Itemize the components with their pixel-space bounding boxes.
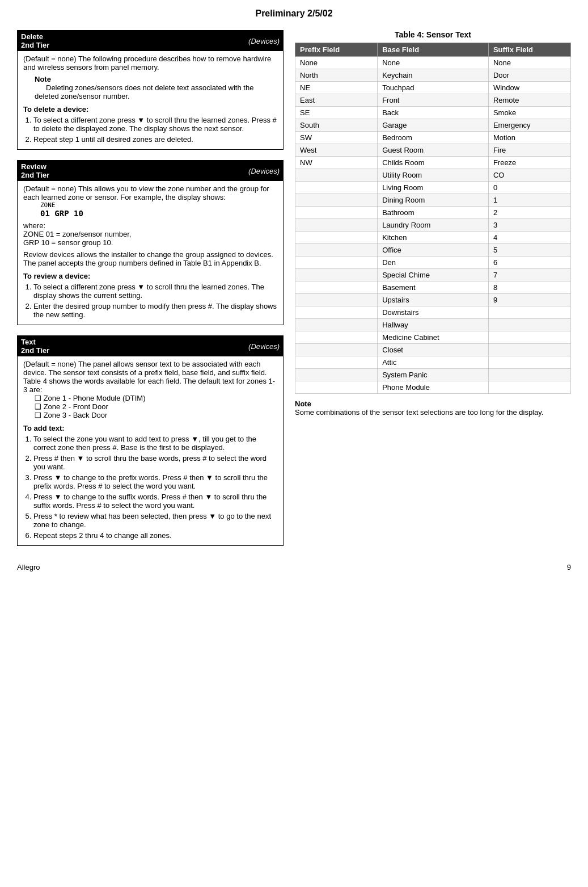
cell-suffix-15: 5 bbox=[488, 244, 570, 257]
cell-suffix-21 bbox=[488, 319, 570, 331]
footer-left: Allegro bbox=[17, 563, 40, 571]
text-step-4: Press ▼ to change to the suffix words. P… bbox=[33, 493, 277, 510]
cell-prefix-18 bbox=[295, 281, 378, 294]
table4-note-text: Some combinations of the sensor text sel… bbox=[295, 408, 543, 417]
delete-step-1: To select a different zone press ▼ to sc… bbox=[33, 116, 277, 133]
cell-suffix-26 bbox=[488, 381, 570, 394]
cell-suffix-9: CO bbox=[488, 169, 570, 182]
table-row: Laundry Room3 bbox=[295, 219, 571, 232]
delete-bold-label: To delete a device: bbox=[23, 105, 277, 113]
default-zones-list: Zone 1 - Phone Module (DTIM) Zone 2 - Fr… bbox=[35, 394, 277, 419]
zone-line2: 01 GRP 10 bbox=[40, 209, 277, 218]
cell-base-1: Keychain bbox=[378, 69, 489, 82]
cell-suffix-11: 1 bbox=[488, 194, 570, 207]
delete-intro: (Default = none) The following procedure… bbox=[23, 54, 277, 72]
cell-base-0: None bbox=[378, 57, 489, 69]
review-header: Review 2nd Tier (Devices) bbox=[18, 161, 283, 181]
cell-prefix-20 bbox=[295, 306, 378, 319]
cell-base-15: Office bbox=[378, 244, 489, 257]
cell-suffix-23 bbox=[488, 344, 570, 356]
cell-suffix-7: Fire bbox=[488, 144, 570, 157]
default-zone-1: Zone 1 - Phone Module (DTIM) bbox=[35, 394, 277, 402]
cell-suffix-14: 4 bbox=[488, 232, 570, 244]
sensor-table-body: NoneNoneNoneNorthKeychainDoorNETouchpadW… bbox=[295, 57, 571, 394]
cell-suffix-10: 0 bbox=[488, 182, 570, 194]
cell-base-9: Utility Room bbox=[378, 169, 489, 182]
text-intro: (Default = none) The panel allows sensor… bbox=[23, 360, 277, 394]
review-devices-label: (Devices) bbox=[248, 167, 280, 175]
text-header: Text 2nd Tier (Devices) bbox=[18, 336, 283, 356]
review-body: (Default = none) This allows you to view… bbox=[18, 181, 283, 325]
table-row: Attic bbox=[295, 356, 571, 369]
table-row: Upstairs9 bbox=[295, 294, 571, 306]
cell-suffix-0: None bbox=[488, 57, 570, 69]
cell-suffix-13: 3 bbox=[488, 219, 570, 232]
cell-suffix-17: 7 bbox=[488, 269, 570, 281]
table-row: Den6 bbox=[295, 257, 571, 269]
table-row: NorthKeychainDoor bbox=[295, 69, 571, 82]
cell-prefix-16 bbox=[295, 257, 378, 269]
default-zone-3: Zone 3 - Back Door bbox=[35, 411, 277, 419]
cell-prefix-19 bbox=[295, 294, 378, 306]
table-row: SouthGarageEmergency bbox=[295, 119, 571, 132]
cell-base-10: Living Room bbox=[378, 182, 489, 194]
text-step-1: To select the zone you want to add text … bbox=[33, 435, 277, 452]
delete-header: Delete 2nd Tier (Devices) bbox=[18, 31, 283, 51]
table-row: Utility RoomCO bbox=[295, 169, 571, 182]
table4-note-label: Note bbox=[295, 400, 311, 408]
table-row: Medicine Cabinet bbox=[295, 331, 571, 344]
cell-suffix-1: Door bbox=[488, 69, 570, 82]
cell-base-4: Back bbox=[378, 107, 489, 119]
table-row: Dining Room1 bbox=[295, 194, 571, 207]
cell-base-17: Special Chime bbox=[378, 269, 489, 281]
cell-prefix-10 bbox=[295, 182, 378, 194]
cell-base-25: System Panic bbox=[378, 369, 489, 381]
cell-prefix-24 bbox=[295, 356, 378, 369]
cell-base-26: Phone Module bbox=[378, 381, 489, 394]
text-tier: 2nd Tier bbox=[21, 346, 49, 355]
cell-suffix-25 bbox=[488, 369, 570, 381]
zone-line1: ZONE bbox=[40, 201, 277, 209]
table-row: EastFrontRemote bbox=[295, 94, 571, 107]
table-row: Closet bbox=[295, 344, 571, 356]
review-intro: (Default = none) This allows you to view… bbox=[23, 184, 277, 201]
text-steps-list: To select the zone you want to add text … bbox=[33, 435, 277, 540]
table-row: SWBedroomMotion bbox=[295, 132, 571, 144]
cell-base-22: Medicine Cabinet bbox=[378, 331, 489, 344]
cell-base-20: Downstairs bbox=[378, 306, 489, 319]
review-middle-text: Review devices allows the installer to c… bbox=[23, 250, 277, 267]
table-row: Phone Module bbox=[295, 381, 571, 394]
cell-suffix-19: 9 bbox=[488, 294, 570, 306]
cell-suffix-16: 6 bbox=[488, 257, 570, 269]
table-row: Basement8 bbox=[295, 281, 571, 294]
table-row: NWChilds RoomFreeze bbox=[295, 157, 571, 169]
cell-prefix-15 bbox=[295, 244, 378, 257]
zone-display: ZONE 01 GRP 10 bbox=[40, 201, 277, 218]
cell-suffix-5: Emergency bbox=[488, 119, 570, 132]
table-row: Special Chime7 bbox=[295, 269, 571, 281]
table-row: SEBackSmoke bbox=[295, 107, 571, 119]
cell-prefix-4: SE bbox=[295, 107, 378, 119]
cell-prefix-17 bbox=[295, 269, 378, 281]
text-step-6: Repeat steps 2 thru 4 to change all zone… bbox=[33, 531, 277, 540]
cell-prefix-3: East bbox=[295, 94, 378, 107]
cell-prefix-22 bbox=[295, 331, 378, 344]
col-base: Base Field bbox=[378, 43, 489, 57]
review-bold-label: To review a device: bbox=[23, 272, 277, 280]
delete-steps-list: To select a different zone press ▼ to sc… bbox=[33, 116, 277, 144]
cell-prefix-13 bbox=[295, 219, 378, 232]
cell-base-3: Front bbox=[378, 94, 489, 107]
cell-prefix-12 bbox=[295, 207, 378, 219]
cell-base-21: Hallway bbox=[378, 319, 489, 331]
cell-base-2: Touchpad bbox=[378, 82, 489, 94]
table-row: NETouchpadWindow bbox=[295, 82, 571, 94]
delete-note-text: Deleting zones/sensors does not delete t… bbox=[35, 83, 253, 100]
cell-prefix-11 bbox=[295, 194, 378, 207]
cell-base-7: Guest Room bbox=[378, 144, 489, 157]
table-row: Downstairs bbox=[295, 306, 571, 319]
delete-note: Note Deleting zones/sensors does not del… bbox=[35, 75, 277, 100]
table-row: Living Room0 bbox=[295, 182, 571, 194]
text-step-2: Press # then ▼ to scroll thru the base w… bbox=[33, 454, 277, 471]
cell-prefix-14 bbox=[295, 232, 378, 244]
cell-base-11: Dining Room bbox=[378, 194, 489, 207]
